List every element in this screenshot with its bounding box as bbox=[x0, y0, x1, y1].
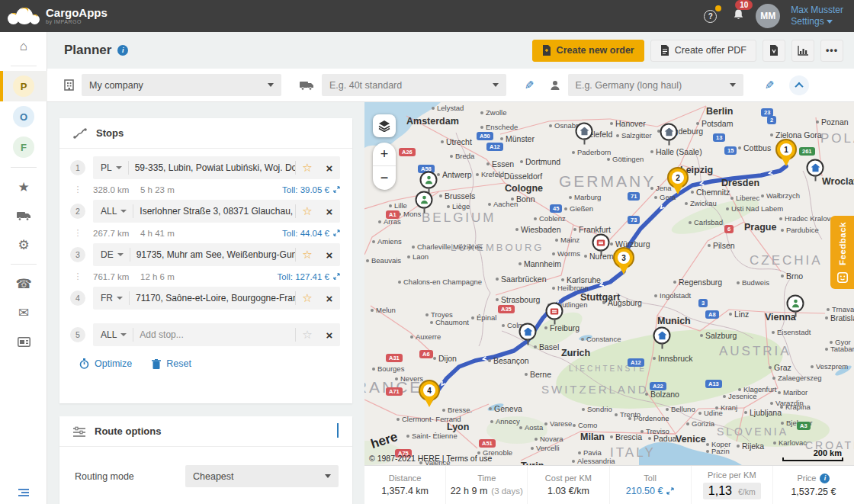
road-shield: A12 bbox=[628, 358, 644, 367]
country-label: AUSTRIA bbox=[719, 344, 791, 359]
sidebar-item-orders-app[interactable]: O bbox=[0, 101, 47, 132]
collapse-route-options-button[interactable] bbox=[337, 425, 339, 438]
remove-stop-icon[interactable]: × bbox=[319, 205, 340, 218]
city-dot bbox=[406, 435, 409, 438]
remove-stop-icon[interactable]: × bbox=[319, 292, 340, 305]
company-select[interactable]: My company bbox=[82, 74, 281, 96]
create-new-order-button[interactable]: Create new order bbox=[532, 40, 644, 62]
vehicle-select[interactable]: E.g. 40t standard bbox=[322, 74, 506, 96]
favorite-star-icon[interactable]: ☆ bbox=[296, 291, 319, 305]
map-attribution[interactable]: © 1987-2021 HERE | Terms of use bbox=[369, 454, 492, 463]
zoom-in-button[interactable]: + bbox=[373, 143, 396, 166]
city-label: Vercelli bbox=[531, 444, 560, 452]
stop-pin-1[interactable]: 1 bbox=[775, 139, 797, 160]
feedback-tab[interactable]: Feedback bbox=[830, 216, 854, 289]
sidebar-item-fleet-app[interactable]: F bbox=[0, 132, 47, 162]
optimize-button[interactable]: Optimize bbox=[79, 358, 132, 369]
reset-button[interactable]: Reset bbox=[152, 358, 191, 369]
sidebar-item-home[interactable]: ⌂ bbox=[0, 32, 47, 61]
toll-details-link[interactable]: 210.50 € bbox=[626, 486, 675, 496]
zoom-out-button[interactable]: − bbox=[373, 166, 396, 190]
leg-toll-link[interactable]: Toll: 39.05 € bbox=[282, 185, 340, 194]
help-button[interactable]: ? bbox=[704, 10, 717, 23]
edit-vehicle-icon[interactable]: ✎ bbox=[525, 79, 535, 92]
stop-input-group: ALLIserlohner Straße 3, 08371 Glauchau, … bbox=[93, 200, 340, 223]
create-offer-pdf-button[interactable]: Create offer PDF bbox=[650, 40, 756, 62]
sidebar-item-planner-app[interactable]: P bbox=[0, 71, 47, 101]
info-icon[interactable]: i bbox=[117, 45, 128, 56]
person-poi-marker[interactable] bbox=[420, 172, 438, 189]
stop-address-input[interactable]: 91735, Muhr am See, Weißenburg-Gunz bbox=[130, 249, 295, 260]
city-label: Karlovac bbox=[773, 438, 807, 447]
remove-stop-icon[interactable]: × bbox=[319, 329, 340, 342]
house-poi-marker[interactable] bbox=[576, 123, 593, 140]
favorite-star-icon[interactable]: ☆ bbox=[296, 328, 319, 342]
sidebar-item-trucks[interactable] bbox=[0, 201, 47, 230]
collapse-filters-button[interactable] bbox=[789, 75, 809, 95]
routing-mode-select[interactable]: Cheapest bbox=[185, 465, 339, 487]
house-poi-marker[interactable] bbox=[660, 124, 678, 141]
sidebar-item-tutorials[interactable] bbox=[0, 327, 47, 356]
city-label: Mainz bbox=[555, 236, 580, 244]
city-label: Constance bbox=[581, 335, 621, 343]
leg-toll-link[interactable]: Toll: 127.41 € bbox=[278, 272, 340, 281]
house-poi-marker[interactable] bbox=[653, 327, 671, 345]
sidebar-item-favorites[interactable]: ★ bbox=[0, 172, 47, 201]
sidebar-item-settings[interactable]: ⚙ bbox=[0, 230, 47, 259]
remove-stop-icon[interactable]: × bbox=[319, 162, 340, 175]
driver-profile-select[interactable]: E.g. Germany (long haul) bbox=[568, 74, 743, 96]
drag-handle[interactable]: ⋮ bbox=[70, 271, 85, 281]
city-label: Innsbruck bbox=[653, 354, 693, 363]
chevron-down-icon bbox=[325, 474, 331, 478]
stop-address-input[interactable]: Iserlohner Straße 3, 08371 Glauchau, Ge bbox=[133, 206, 295, 217]
sidebar-item-phone[interactable]: ☎ bbox=[0, 269, 47, 298]
stop-address-input[interactable]: 71170, Saône-et-Loire, Bourgogne-Fran bbox=[130, 293, 295, 303]
country-select[interactable]: DE bbox=[93, 249, 130, 260]
stop-row-5: 5ALLAdd stop...☆× bbox=[70, 323, 340, 346]
map-layers-button[interactable] bbox=[373, 114, 396, 137]
edit-profile-icon[interactable]: ✎ bbox=[765, 79, 775, 92]
stop-address-input[interactable]: Add stop... bbox=[133, 329, 295, 340]
avatar[interactable]: MM bbox=[756, 4, 780, 28]
country-label: SWITZERLAND bbox=[541, 383, 649, 396]
more-options-button[interactable]: ••• bbox=[820, 40, 843, 62]
map-canvas[interactable]: + − Feedback 200 km here © 1987-2021 HER… bbox=[364, 102, 854, 465]
drag-handle[interactable]: ⋮ bbox=[70, 185, 85, 194]
stop-address-input[interactable]: 59-335, Lubin, Powiat Lubiński, Woj. Do bbox=[129, 162, 295, 173]
info-icon[interactable]: i bbox=[820, 474, 830, 483]
city-label: Pavia bbox=[578, 448, 602, 457]
notifications-button[interactable]: 10 bbox=[732, 8, 745, 24]
statistics-button[interactable] bbox=[791, 40, 814, 62]
city-dot bbox=[371, 309, 374, 312]
collapse-sidebar-icon[interactable] bbox=[18, 487, 30, 498]
price-per-km-input[interactable]: 1,13€/km bbox=[703, 483, 761, 499]
settings-menu[interactable]: Settings bbox=[791, 16, 843, 27]
remove-stop-icon[interactable]: × bbox=[319, 249, 340, 262]
cargo-poi-marker[interactable] bbox=[546, 303, 563, 320]
favorite-star-icon[interactable]: ☆ bbox=[296, 204, 319, 218]
title-row: Planner i Create new order Create offer … bbox=[47, 32, 854, 69]
country-select[interactable]: ALL bbox=[93, 329, 133, 340]
person-poi-marker[interactable] bbox=[787, 295, 804, 313]
house-poi-marker[interactable] bbox=[519, 323, 537, 341]
country-select[interactable]: FR bbox=[93, 293, 129, 303]
favorite-star-icon[interactable]: ☆ bbox=[296, 161, 319, 175]
drag-handle[interactable]: ⋮ bbox=[70, 228, 85, 238]
country-select[interactable]: ALL bbox=[93, 206, 133, 217]
favorite-star-icon[interactable]: ☆ bbox=[296, 248, 319, 262]
city-dot bbox=[515, 228, 518, 231]
leg-toll-link[interactable]: Toll: 44.04 € bbox=[282, 229, 340, 238]
stop-pin-2[interactable]: 2 bbox=[667, 167, 689, 188]
cargo-poi-marker[interactable] bbox=[592, 234, 610, 252]
road-shield: 15 bbox=[724, 146, 737, 155]
stop-pin-4[interactable]: 4 bbox=[419, 380, 440, 401]
house-poi-marker[interactable] bbox=[807, 159, 824, 177]
pdf-file-icon bbox=[769, 45, 779, 56]
app-logo[interactable]: CargoApps by IMPARGO bbox=[8, 7, 108, 24]
stop-pin-3[interactable]: 3 bbox=[613, 247, 634, 268]
person-poi-marker[interactable] bbox=[416, 191, 433, 209]
city-label: Beauvais bbox=[366, 256, 401, 265]
country-select[interactable]: PL bbox=[93, 162, 128, 173]
sidebar-item-mail[interactable]: ✉ bbox=[0, 298, 47, 327]
export-pdf-button[interactable] bbox=[762, 40, 785, 62]
